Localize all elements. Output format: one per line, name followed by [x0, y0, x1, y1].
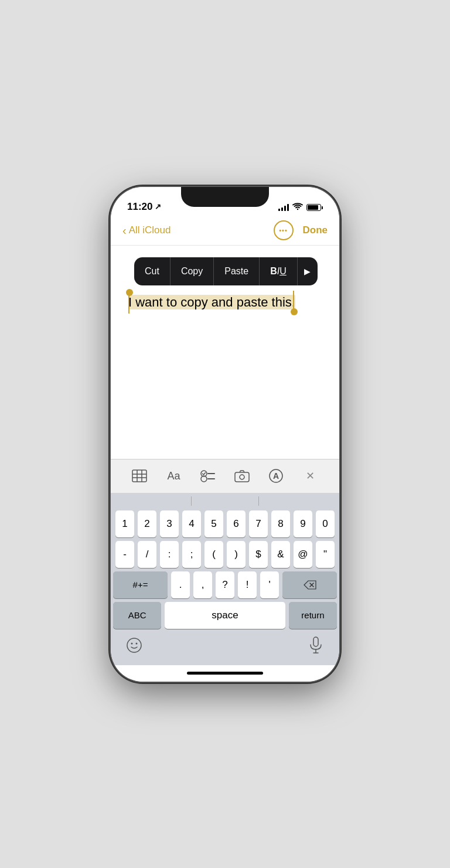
- svg-text:A: A: [273, 471, 279, 481]
- checklist-toolbar-button[interactable]: [195, 463, 221, 489]
- table-toolbar-button[interactable]: [127, 463, 152, 489]
- close-toolbar-button[interactable]: ✕: [298, 463, 323, 489]
- keyboard-row-numbers: 1 2 3 4 5 6 7 8 9 0: [113, 510, 337, 537]
- keyboard-sep-area: [111, 493, 339, 506]
- content-area: Cut Copy Paste B I U ▶: [111, 246, 339, 459]
- key-dash[interactable]: -: [115, 541, 134, 568]
- nav-actions: ••• Done: [274, 220, 328, 240]
- key-0[interactable]: 0: [316, 510, 335, 537]
- key-6[interactable]: 6: [227, 510, 246, 537]
- checklist-icon: [200, 469, 216, 482]
- key-period[interactable]: .: [171, 571, 190, 598]
- status-time: 11:20 ↗: [127, 201, 161, 213]
- svg-point-17: [136, 642, 138, 644]
- context-menu: Cut Copy Paste B I U ▶: [134, 257, 318, 285]
- signal-bar-2: [281, 207, 283, 211]
- battery-icon: [306, 204, 323, 211]
- more-dots-icon: •••: [279, 227, 288, 234]
- markup-toolbar-button[interactable]: A: [263, 463, 289, 489]
- keyboard-row-symbols: - / : ; ( ) $ & @ ": [113, 541, 337, 568]
- biu-menu-item[interactable]: B I U: [260, 257, 298, 285]
- keyboard-row-emoji-mic: [113, 632, 337, 659]
- key-8[interactable]: 8: [271, 510, 290, 537]
- selection-handle-left[interactable]: [126, 289, 133, 296]
- key-9[interactable]: 9: [294, 510, 312, 537]
- status-icons: [278, 203, 323, 213]
- svg-point-16: [131, 642, 133, 644]
- key-semicolon[interactable]: ;: [182, 541, 201, 568]
- key-ampersand[interactable]: &: [271, 541, 290, 568]
- key-space[interactable]: space: [165, 602, 285, 629]
- signal-bar-3: [284, 206, 286, 211]
- cut-menu-item[interactable]: Cut: [134, 257, 171, 285]
- time-display: 11:20: [127, 201, 152, 213]
- keyboard: 1 2 3 4 5 6 7 8 9 0 - / : ; ( ) $ &: [111, 506, 339, 665]
- svg-rect-18: [313, 637, 318, 646]
- back-button[interactable]: ‹ All iCloud: [122, 224, 171, 237]
- font-label: Aa: [167, 470, 180, 482]
- arrow-right-icon: ▶: [304, 267, 311, 276]
- mic-button[interactable]: [303, 635, 329, 656]
- key-question[interactable]: ?: [216, 571, 234, 598]
- key-4[interactable]: 4: [182, 510, 201, 537]
- notch: [181, 187, 269, 207]
- key-1[interactable]: 1: [115, 510, 134, 537]
- camera-icon: [234, 469, 250, 482]
- signal-bar-4: [287, 204, 289, 211]
- key-slash[interactable]: /: [138, 541, 156, 568]
- cursor-line-right: [293, 291, 294, 309]
- key-delete[interactable]: [282, 571, 337, 598]
- back-label: All iCloud: [129, 224, 171, 236]
- close-icon: ✕: [306, 469, 315, 482]
- keyboard-row-bottom: ABC space return: [113, 602, 337, 629]
- key-5[interactable]: 5: [204, 510, 223, 537]
- svg-rect-0: [132, 470, 146, 482]
- signal-bar-1: [278, 209, 280, 211]
- selected-text-container: I want to copy and paste this.: [128, 292, 295, 312]
- key-quote[interactable]: ": [316, 541, 335, 568]
- font-toolbar-button[interactable]: Aa: [161, 463, 186, 489]
- key-exclaim[interactable]: !: [238, 571, 257, 598]
- keyboard-row-special: #+= . , ? ! ': [113, 571, 337, 598]
- phone-screen: 11:20 ↗: [111, 187, 339, 682]
- wifi-icon: [292, 203, 303, 213]
- key-hashplus[interactable]: #+=: [113, 571, 168, 598]
- key-3[interactable]: 3: [160, 510, 179, 537]
- selected-text: I want to copy and paste this.: [128, 295, 295, 309]
- copy-menu-item[interactable]: Copy: [171, 257, 214, 285]
- selection-handle-right[interactable]: [291, 308, 298, 315]
- sep-line-1: [191, 496, 192, 506]
- underline-label: U: [279, 266, 287, 277]
- paste-menu-item[interactable]: Paste: [214, 257, 260, 285]
- mic-icon: [309, 636, 323, 654]
- key-2[interactable]: 2: [138, 510, 156, 537]
- key-close-paren[interactable]: ): [227, 541, 246, 568]
- camera-toolbar-button[interactable]: [229, 463, 255, 489]
- key-open-paren[interactable]: (: [204, 541, 223, 568]
- key-return[interactable]: return: [289, 602, 337, 629]
- key-colon[interactable]: :: [160, 541, 179, 568]
- signal-bars: [278, 204, 289, 211]
- table-icon: [132, 469, 147, 482]
- sep-line-2: [258, 496, 259, 506]
- bold-label: B: [270, 266, 277, 277]
- keyboard-toolbar: Aa A: [111, 459, 339, 493]
- markup-icon: A: [268, 468, 284, 484]
- emoji-button[interactable]: [121, 635, 147, 656]
- key-abc[interactable]: ABC: [113, 602, 161, 629]
- back-chevron-icon: ‹: [122, 224, 127, 237]
- svg-point-10: [240, 475, 244, 479]
- key-dollar[interactable]: $: [249, 541, 268, 568]
- cursor-line-left: [128, 295, 129, 314]
- emoji-icon: [126, 637, 142, 653]
- key-comma[interactable]: ,: [193, 571, 212, 598]
- delete-icon: [304, 580, 316, 590]
- done-button[interactable]: Done: [303, 224, 328, 236]
- more-button[interactable]: •••: [274, 220, 294, 240]
- key-at[interactable]: @: [294, 541, 312, 568]
- phone-frame: 11:20 ↗: [111, 187, 339, 682]
- key-7[interactable]: 7: [249, 510, 268, 537]
- key-apostrophe[interactable]: ': [260, 571, 279, 598]
- context-menu-more[interactable]: ▶: [298, 257, 318, 285]
- svg-point-15: [127, 638, 141, 652]
